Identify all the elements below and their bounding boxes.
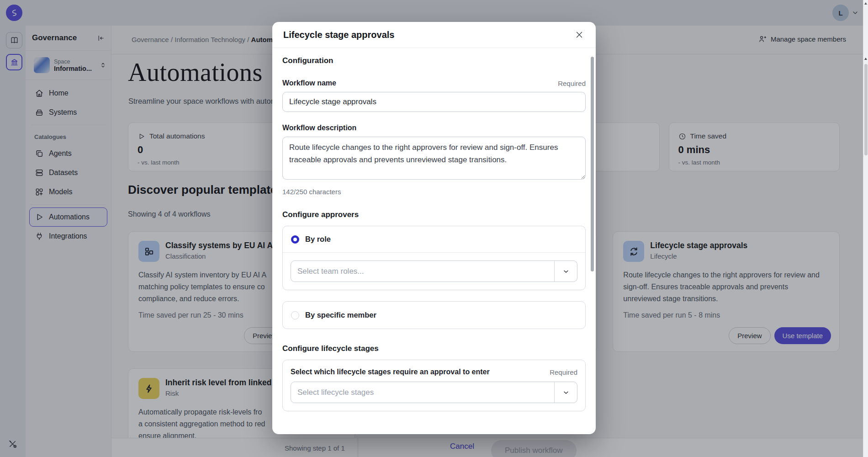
- stages-heading: Configure lifecycle stages: [282, 344, 586, 353]
- modal-body: Configuration Workflow name Required Wor…: [272, 48, 596, 411]
- modal-title: Lifecycle stage approvals: [283, 30, 394, 40]
- workflow-description-label: Workflow description: [282, 124, 586, 132]
- stages-label: Select which lifecycle stages require an…: [291, 368, 490, 376]
- workflow-name-label: Workflow name: [282, 79, 336, 87]
- stages-label-row: Select which lifecycle stages require an…: [291, 368, 577, 376]
- approvers-heading: Configure approvers: [282, 210, 586, 219]
- lifecycle-stages-select[interactable]: Select lifecycle stages: [291, 382, 577, 403]
- scrollbar-up-arrow[interactable]: [864, 58, 867, 60]
- modal-header: Lifecycle stage approvals: [272, 22, 596, 48]
- lifecycle-stages-placeholder: Select lifecycle stages: [291, 382, 554, 403]
- team-roles-select[interactable]: Select team roles...: [291, 260, 577, 282]
- modal-scrollbar-thumb[interactable]: [591, 57, 594, 271]
- stages-card: Select which lifecycle stages require an…: [282, 360, 586, 411]
- configuration-heading: Configuration: [282, 56, 586, 65]
- radio-selected-icon[interactable]: [291, 235, 299, 244]
- role-select-wrap: Select team roles...: [283, 253, 585, 290]
- scrollbar-up-arrow[interactable]: [864, 2, 867, 5]
- scrollbar-thumb[interactable]: [864, 64, 868, 155]
- by-role-label: By role: [305, 235, 331, 244]
- by-member-label: By specific member: [305, 311, 376, 319]
- lifecycle-approvals-modal: Lifecycle stage approvals Configuration …: [272, 22, 596, 434]
- by-role-option[interactable]: By role: [283, 226, 585, 252]
- chevron-down-icon[interactable]: [554, 261, 577, 282]
- page-scrollbar[interactable]: [863, 0, 868, 457]
- workflow-name-input[interactable]: [282, 92, 586, 112]
- chevron-down-icon[interactable]: [554, 382, 577, 403]
- workflow-description-textarea[interactable]: Route lifecycle changes to the right app…: [282, 137, 586, 180]
- workflow-name-label-row: Workflow name Required: [282, 79, 586, 87]
- required-badge: Required: [558, 80, 586, 87]
- by-role-card: By role Select team roles...: [282, 226, 586, 290]
- close-icon[interactable]: [574, 29, 585, 40]
- team-roles-placeholder: Select team roles...: [291, 261, 554, 282]
- required-badge: Required: [550, 368, 577, 376]
- radio-unselected-icon[interactable]: [291, 311, 299, 319]
- by-member-option[interactable]: By specific member: [283, 302, 585, 329]
- character-count: 142/250 characters: [282, 188, 586, 196]
- by-member-card: By specific member: [282, 301, 586, 329]
